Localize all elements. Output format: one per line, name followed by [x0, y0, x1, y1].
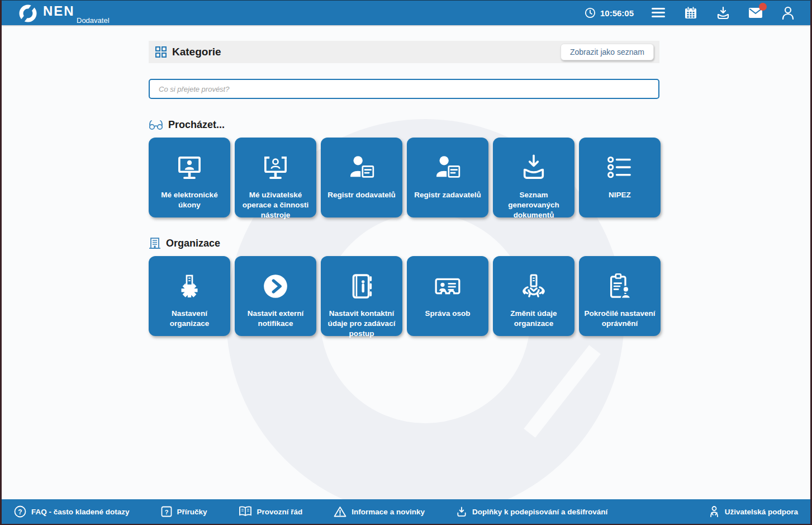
- brand-subtitle: Dodavatel: [77, 16, 110, 25]
- calendar-button[interactable]: [683, 5, 699, 21]
- person-icon: [782, 6, 794, 20]
- clock-time: 10:56:05: [600, 8, 634, 18]
- id-card-icon: [431, 270, 464, 302]
- section-title: Procházet...: [168, 119, 225, 131]
- menu-button[interactable]: [650, 5, 666, 21]
- tile-registr-dodavatelu[interactable]: Registr dodavatelů: [321, 138, 402, 217]
- calendar-icon: [685, 7, 697, 19]
- tile-label: Seznam generovaných dokumentů: [497, 190, 570, 220]
- nen-watermark-cut: [524, 345, 600, 438]
- footer-item-provozni-rad[interactable]: Provozní řád: [239, 506, 303, 517]
- application-window: NEN Dodavatel 10:56:05: [0, 0, 812, 525]
- svg-text:?: ?: [164, 509, 168, 515]
- tile-nastaveni-organizace[interactable]: Nastavení organizace: [149, 256, 230, 336]
- building-icon: [149, 237, 161, 249]
- tile-me-elektronicke-ukony[interactable]: Mé elektronické úkony: [149, 138, 230, 217]
- section-header-browse: Procházet...: [149, 118, 659, 131]
- person-document-icon: [345, 152, 378, 184]
- eyeglasses-icon: [149, 119, 163, 130]
- tile-label: Nastavení organizace: [153, 309, 226, 329]
- tile-zmenit-udaje-organizace[interactable]: Změnit údaje organizace: [493, 256, 574, 336]
- clock-icon: [585, 7, 596, 18]
- tile-grid-browse: Mé elektronické úkony Mé uživatel: [149, 138, 659, 217]
- unread-badge: [759, 3, 767, 11]
- warning-triangle-icon: [334, 506, 346, 517]
- section-title: Organizace: [166, 238, 220, 249]
- tile-label: Změnit údaje organizace: [497, 309, 570, 329]
- search-input[interactable]: [149, 79, 659, 99]
- page-title: Kategorie: [172, 46, 221, 58]
- main-area: Kategorie Zobrazit jako seznam: [2, 25, 810, 499]
- tile-label: Nastavit externí notifikace: [239, 309, 312, 329]
- tile-label: Správa osob: [425, 309, 470, 319]
- open-book-icon: [239, 506, 252, 517]
- footer-bar: ? FAQ - často kladené dotazy ? Příručky: [2, 499, 810, 524]
- circle-question-icon: ?: [14, 505, 26, 518]
- tile-me-uzivatelske-operace[interactable]: Mé uživatelské operace a činnosti nástro…: [235, 138, 316, 217]
- tile-nastavit-externi-notifikace[interactable]: Nastavit externí notifikace: [235, 256, 316, 336]
- download-tray-icon: [517, 152, 550, 184]
- download-tray-icon: [716, 6, 730, 20]
- tile-grid-organization: Nastavení organizace Nastavit externí no…: [149, 256, 659, 336]
- tile-sprava-osob[interactable]: Správa osob: [407, 256, 488, 336]
- brand[interactable]: NEN Dodavatel: [18, 1, 75, 25]
- support-person-icon: [709, 505, 720, 518]
- tile-registr-zadavatelu[interactable]: Registr zadavatelů: [407, 138, 488, 217]
- top-bar: NEN Dodavatel 10:56:05: [2, 1, 810, 25]
- clipboard-person-icon: [604, 270, 636, 302]
- tile-label: Registr dodavatelů: [327, 190, 396, 200]
- footer-item-label: Provozní řád: [257, 508, 303, 516]
- tile-label: Registr zadavatelů: [414, 190, 481, 200]
- nen-logo-icon: [18, 4, 37, 23]
- svg-text:?: ?: [18, 508, 22, 516]
- monitor-user-icon: [173, 152, 206, 184]
- gear-tool-icon: [517, 270, 550, 302]
- tile-nipez[interactable]: NIPEZ: [579, 138, 661, 217]
- footer-item-informace[interactable]: Informace a novinky: [334, 506, 425, 517]
- footer-item-label: Uživatelská podpora: [725, 508, 798, 516]
- section-header-organization: Organizace: [149, 237, 659, 250]
- footer-item-doplnky[interactable]: Doplňky k podepisování a dešifrování: [456, 506, 607, 517]
- person-document-icon: [431, 152, 464, 184]
- category-header-band: Kategorie Zobrazit jako seznam: [149, 41, 659, 63]
- footer-item-label: Příručky: [177, 508, 207, 516]
- tile-label: Mé elektronické úkony: [153, 190, 226, 210]
- view-as-list-button[interactable]: Zobrazit jako seznam: [561, 44, 654, 60]
- downloads-button[interactable]: [715, 5, 731, 21]
- brand-title: NEN: [43, 4, 75, 18]
- info-book-icon: [345, 270, 378, 302]
- download-icon: [456, 506, 467, 517]
- messages-button[interactable]: [748, 5, 763, 21]
- list-circles-icon: [604, 152, 636, 184]
- tile-pokrocile-nastaveni-opravneni[interactable]: Pokročilé nastavení oprávnění: [579, 256, 661, 336]
- grid-icon: [155, 46, 167, 58]
- search-row: [149, 79, 659, 99]
- tile-label: Mé uživatelské operace a činnosti nástro…: [239, 190, 312, 220]
- footer-item-label: Doplňky k podepisování a dešifrování: [472, 508, 607, 516]
- user-profile-button[interactable]: [780, 5, 796, 21]
- footer-item-label: FAQ - často kladené dotazy: [31, 508, 130, 516]
- footer-item-prirucky[interactable]: ? Příručky: [161, 506, 207, 517]
- gear-building-icon: [173, 270, 206, 302]
- clock-widget: 10:56:05: [585, 7, 634, 18]
- hamburger-icon: [652, 8, 665, 18]
- square-question-icon: ?: [161, 506, 172, 517]
- circle-chevron-icon: [259, 270, 292, 302]
- tile-nastavit-kontaktni-udaje[interactable]: Nastavit kontaktní údaje pro zadávací po…: [321, 256, 402, 336]
- tile-label: NIPEZ: [609, 190, 631, 200]
- tile-label: Nastavit kontaktní údaje pro zadávací po…: [325, 309, 398, 338]
- tile-label: Pokročilé nastavení oprávnění: [583, 309, 656, 329]
- footer-item-label: Informace a novinky: [352, 508, 425, 516]
- monitor-user-outline-icon: [259, 152, 292, 184]
- footer-item-podpora[interactable]: Uživatelská podpora: [709, 505, 798, 518]
- tile-seznam-generovanych-dokumentu[interactable]: Seznam generovaných dokumentů: [493, 138, 574, 217]
- footer-item-faq[interactable]: ? FAQ - často kladené dotazy: [14, 505, 130, 518]
